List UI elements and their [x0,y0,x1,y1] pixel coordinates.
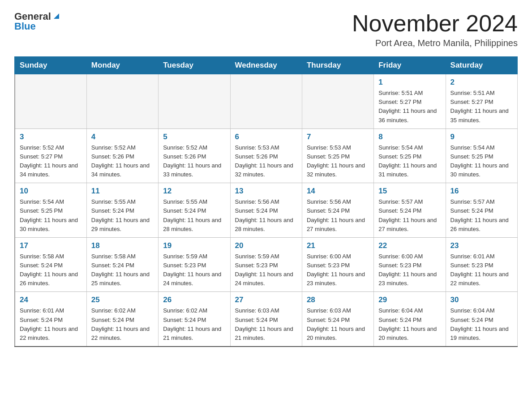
day-info: Sunrise: 6:03 AM Sunset: 5:24 PM Dayligh… [235,306,297,342]
calendar-cell [86,74,158,129]
calendar-cell: 18Sunrise: 5:58 AM Sunset: 5:24 PM Dayli… [86,237,158,292]
calendar-cell: 20Sunrise: 5:59 AM Sunset: 5:23 PM Dayli… [230,237,302,292]
calendar-header: SundayMondayTuesdayWednesdayThursdayFrid… [15,57,518,74]
day-info: Sunrise: 5:54 AM Sunset: 5:25 PM Dayligh… [450,143,513,180]
header-day-tuesday: Tuesday [159,57,230,74]
month-title: November 2024 [352,11,518,36]
day-number: 17 [20,241,82,250]
calendar-row-3: 17Sunrise: 5:58 AM Sunset: 5:24 PM Dayli… [15,237,518,292]
day-number: 22 [378,241,441,250]
calendar-cell: 3Sunrise: 5:52 AM Sunset: 5:27 PM Daylig… [15,128,86,183]
calendar-cell: 2Sunrise: 5:51 AM Sunset: 5:27 PM Daylig… [446,74,517,129]
day-number: 21 [307,241,369,250]
day-number: 8 [378,133,441,141]
calendar-cell: 15Sunrise: 5:57 AM Sunset: 5:24 PM Dayli… [374,183,446,238]
day-info: Sunrise: 5:59 AM Sunset: 5:23 PM Dayligh… [163,252,225,288]
day-number: 9 [450,133,513,141]
day-info: Sunrise: 6:01 AM Sunset: 5:24 PM Dayligh… [20,306,82,342]
calendar-cell: 16Sunrise: 5:57 AM Sunset: 5:24 PM Dayli… [446,183,517,238]
header-day-wednesday: Wednesday [230,57,302,74]
day-info: Sunrise: 5:54 AM Sunset: 5:25 PM Dayligh… [378,143,441,180]
day-number: 24 [20,295,82,304]
day-number: 19 [163,241,225,250]
day-info: Sunrise: 6:01 AM Sunset: 5:23 PM Dayligh… [450,252,513,288]
header-day-friday: Friday [374,57,446,74]
calendar-cell: 1Sunrise: 5:51 AM Sunset: 5:27 PM Daylig… [374,74,446,129]
calendar-cell: 9Sunrise: 5:54 AM Sunset: 5:25 PM Daylig… [446,128,517,183]
day-number: 20 [235,241,297,250]
calendar-cell: 27Sunrise: 6:03 AM Sunset: 5:24 PM Dayli… [230,292,302,347]
day-info: Sunrise: 5:59 AM Sunset: 5:23 PM Dayligh… [235,252,297,288]
day-info: Sunrise: 5:58 AM Sunset: 5:24 PM Dayligh… [91,252,154,288]
calendar-cell: 19Sunrise: 5:59 AM Sunset: 5:23 PM Dayli… [159,237,230,292]
day-info: Sunrise: 5:52 AM Sunset: 5:26 PM Dayligh… [91,143,154,180]
day-number: 5 [163,133,225,141]
calendar-cell: 22Sunrise: 6:00 AM Sunset: 5:23 PM Dayli… [374,237,446,292]
logo-blue-text: Blue [14,21,36,32]
calendar-row-4: 24Sunrise: 6:01 AM Sunset: 5:24 PM Dayli… [15,292,518,347]
day-info: Sunrise: 6:00 AM Sunset: 5:23 PM Dayligh… [378,252,441,288]
logo: General Blue [14,11,61,32]
calendar-cell: 26Sunrise: 6:02 AM Sunset: 5:24 PM Dayli… [159,292,230,347]
header-row: SundayMondayTuesdayWednesdayThursdayFrid… [15,57,518,74]
day-info: Sunrise: 6:02 AM Sunset: 5:24 PM Dayligh… [91,306,154,342]
header-day-monday: Monday [86,57,158,74]
day-info: Sunrise: 6:02 AM Sunset: 5:24 PM Dayligh… [163,306,225,342]
calendar-cell: 6Sunrise: 5:53 AM Sunset: 5:26 PM Daylig… [230,128,302,183]
calendar-row-0: 1Sunrise: 5:51 AM Sunset: 5:27 PM Daylig… [15,74,518,129]
day-number: 26 [163,295,225,304]
day-info: Sunrise: 6:00 AM Sunset: 5:23 PM Dayligh… [307,252,369,288]
calendar-cell: 13Sunrise: 5:56 AM Sunset: 5:24 PM Dayli… [230,183,302,238]
day-info: Sunrise: 6:04 AM Sunset: 5:24 PM Dayligh… [450,306,513,342]
day-info: Sunrise: 5:52 AM Sunset: 5:26 PM Dayligh… [163,143,225,180]
calendar-cell: 25Sunrise: 6:02 AM Sunset: 5:24 PM Dayli… [86,292,158,347]
calendar-cell: 29Sunrise: 6:04 AM Sunset: 5:24 PM Dayli… [374,292,446,347]
day-number: 18 [91,241,154,250]
calendar-cell: 28Sunrise: 6:03 AM Sunset: 5:24 PM Dayli… [302,292,373,347]
day-info: Sunrise: 5:56 AM Sunset: 5:24 PM Dayligh… [235,197,297,234]
day-info: Sunrise: 5:54 AM Sunset: 5:25 PM Dayligh… [20,197,82,234]
day-info: Sunrise: 5:55 AM Sunset: 5:24 PM Dayligh… [163,197,225,234]
header-day-sunday: Sunday [15,57,86,74]
day-number: 12 [163,187,225,196]
calendar-row-1: 3Sunrise: 5:52 AM Sunset: 5:27 PM Daylig… [15,128,518,183]
calendar-cell [159,74,230,129]
calendar-body: 1Sunrise: 5:51 AM Sunset: 5:27 PM Daylig… [15,74,518,347]
calendar-cell: 5Sunrise: 5:52 AM Sunset: 5:26 PM Daylig… [159,128,230,183]
day-info: Sunrise: 5:53 AM Sunset: 5:25 PM Dayligh… [307,143,369,180]
calendar-cell [15,74,86,129]
day-number: 7 [307,133,369,141]
calendar-cell: 7Sunrise: 5:53 AM Sunset: 5:25 PM Daylig… [302,128,373,183]
calendar-cell: 11Sunrise: 5:55 AM Sunset: 5:24 PM Dayli… [86,183,158,238]
day-info: Sunrise: 5:52 AM Sunset: 5:27 PM Dayligh… [20,143,82,180]
day-number: 29 [378,295,441,304]
calendar-cell: 12Sunrise: 5:55 AM Sunset: 5:24 PM Dayli… [159,183,230,238]
calendar-cell: 21Sunrise: 6:00 AM Sunset: 5:23 PM Dayli… [302,237,373,292]
day-number: 4 [91,133,154,141]
calendar-cell: 4Sunrise: 5:52 AM Sunset: 5:26 PM Daylig… [86,128,158,183]
calendar-table: SundayMondayTuesdayWednesdayThursdayFrid… [14,56,518,347]
location-title: Port Area, Metro Manila, Philippines [352,38,518,48]
day-number: 15 [378,187,441,196]
calendar-row-2: 10Sunrise: 5:54 AM Sunset: 5:25 PM Dayli… [15,183,518,238]
day-info: Sunrise: 5:56 AM Sunset: 5:24 PM Dayligh… [307,197,369,234]
day-info: Sunrise: 5:55 AM Sunset: 5:24 PM Dayligh… [91,197,154,234]
day-number: 2 [450,78,513,87]
day-number: 27 [235,295,297,304]
day-info: Sunrise: 5:58 AM Sunset: 5:24 PM Dayligh… [20,252,82,288]
day-info: Sunrise: 5:53 AM Sunset: 5:26 PM Dayligh… [235,143,297,180]
day-number: 16 [450,187,513,196]
day-number: 1 [378,78,441,87]
day-number: 30 [450,295,513,304]
header-day-saturday: Saturday [446,57,517,74]
calendar-cell: 8Sunrise: 5:54 AM Sunset: 5:25 PM Daylig… [374,128,446,183]
day-info: Sunrise: 6:04 AM Sunset: 5:24 PM Dayligh… [378,306,441,342]
calendar-cell: 23Sunrise: 6:01 AM Sunset: 5:23 PM Dayli… [446,237,517,292]
calendar-cell: 17Sunrise: 5:58 AM Sunset: 5:24 PM Dayli… [15,237,86,292]
calendar-cell: 14Sunrise: 5:56 AM Sunset: 5:24 PM Dayli… [302,183,373,238]
calendar-cell [302,74,373,129]
title-area: November 2024 Port Area, Metro Manila, P… [352,11,518,48]
day-number: 6 [235,133,297,141]
day-info: Sunrise: 5:57 AM Sunset: 5:24 PM Dayligh… [378,197,441,234]
day-number: 11 [91,187,154,196]
